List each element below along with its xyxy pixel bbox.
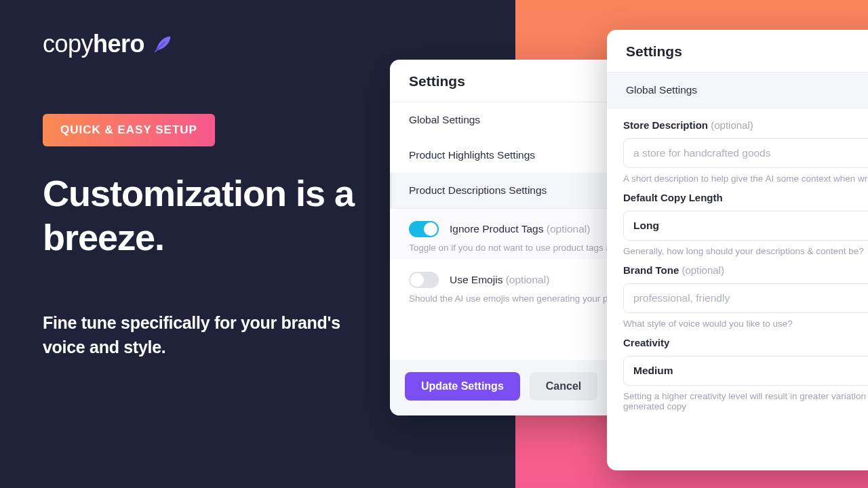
update-settings-button[interactable]: Update Settings — [405, 372, 520, 401]
creativity-label: Creativity — [623, 337, 669, 348]
store-description-label: Store Description (optional) — [623, 119, 753, 131]
feather-icon — [151, 33, 174, 56]
creativity-select[interactable]: Medium — [623, 356, 868, 386]
toggle-ignore-tags[interactable] — [409, 221, 439, 237]
copy-length-hint: Generally, how long should your descript… — [623, 246, 868, 256]
headline: Customization is a breeze. — [43, 171, 382, 260]
field-creativity: Creativity Medium Setting a higher creat… — [623, 337, 868, 411]
cancel-button[interactable]: Cancel — [530, 372, 597, 401]
card-header: Settings — [607, 30, 868, 73]
logo-word-1: copy — [43, 30, 93, 58]
section-global-settings: Global Settings — [607, 73, 868, 108]
field-copy-length: Default Copy Length Long Generally, how … — [623, 192, 868, 256]
field-store-description: Store Description (optional) A short des… — [623, 119, 868, 184]
copy-length-label: Default Copy Length — [623, 192, 723, 203]
field-brand-tone: Brand Tone (optional) What style of voic… — [623, 264, 868, 329]
subheadline: Fine tune specifically for your brand's … — [43, 310, 368, 360]
card-title: Settings — [626, 43, 868, 60]
creativity-hint: Setting a higher creativity level will r… — [623, 391, 867, 411]
brand-tone-input[interactable] — [623, 283, 868, 313]
setup-badge: QUICK & EASY SETUP — [43, 114, 215, 146]
brand-logo: copyhero — [43, 30, 174, 58]
brand-tone-hint: What style of voice would you like to us… — [623, 319, 868, 329]
copy-length-select[interactable]: Long — [623, 211, 868, 241]
brand-tone-label: Brand Tone (optional) — [623, 264, 724, 276]
settings-card-form: Settings Global Settings Store Descripti… — [607, 30, 868, 470]
toggle-ignore-tags-label: Ignore Product Tags (optional) — [450, 223, 590, 235]
store-description-input[interactable] — [623, 138, 868, 168]
logo-word-2: hero — [93, 30, 144, 58]
toggle-use-emojis-label: Use Emojis (optional) — [450, 274, 549, 286]
toggle-use-emojis[interactable] — [409, 272, 439, 288]
store-description-hint: A short description to help give the AI … — [623, 174, 868, 184]
